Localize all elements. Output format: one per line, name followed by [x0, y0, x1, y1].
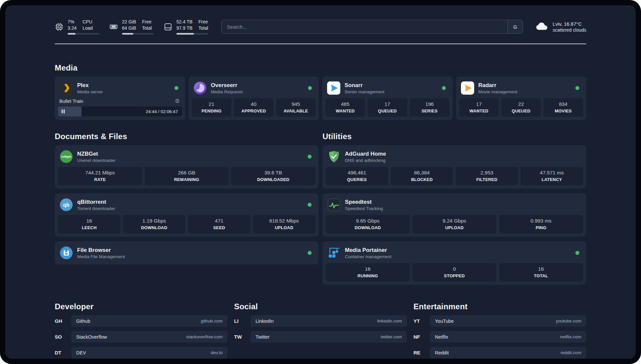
status-dot	[308, 86, 312, 90]
bookmark-link-twitter[interactable]: Twitter twitter.com	[251, 331, 407, 343]
section-media: Media Plex Media server Bullet Train	[55, 63, 586, 120]
disk-progressbar	[176, 33, 208, 35]
cpu-stat: 7% 3.24 CPU Load	[55, 19, 99, 34]
gear-icon[interactable]: ⚙	[175, 98, 180, 104]
stat-tile: 40 APPROVED	[234, 98, 273, 117]
bookmark-link-stackoverflow[interactable]: StackOverflow stackoverflow.com	[71, 331, 228, 343]
bookmark-row: TW Twitter twitter.com	[234, 331, 407, 343]
stat-label: REMAINING	[147, 177, 227, 182]
bookmark-name: DEV	[76, 350, 86, 355]
stat-label: RUNNING	[328, 273, 408, 278]
pause-icon[interactable]	[62, 109, 65, 113]
bookmark-link-linkedin[interactable]: LinkedIn linkedin.com	[251, 315, 407, 327]
app-name: File Browser	[77, 247, 125, 254]
stat-label: UPLOAD	[414, 225, 495, 230]
bookmark-url: youtube.com	[556, 318, 581, 323]
stat-value: 47.571 ms	[523, 170, 581, 176]
stat-tile: 485 WANTED	[325, 98, 365, 117]
speedtest-icon	[327, 198, 341, 212]
sonarr-icon	[327, 81, 341, 95]
app-subtitle: Media File Management	[77, 254, 125, 259]
stat-label: QUEUED	[503, 108, 539, 113]
bookmark-name: Twitter	[256, 334, 270, 340]
bookmark-abbr: RE	[413, 350, 425, 355]
app-card-filebrowser[interactable]: File Browser Media File Management	[55, 241, 319, 264]
search-shortcut-button[interactable]: G	[507, 20, 523, 33]
stat-label: DOWNLOAD	[328, 225, 408, 230]
cpu-values: 7% 3.24	[68, 19, 76, 31]
app-card-nzbget[interactable]: nzbget NZBGet Usenet downloader 744.21 M…	[55, 145, 319, 189]
system-stats: 7% 3.24 CPU Load	[55, 19, 208, 34]
status-dot	[308, 155, 312, 159]
stat-value: 196	[412, 101, 447, 107]
bookmark-link-netflix[interactable]: Netflix netflix.com	[430, 331, 586, 343]
app-subtitle: DNS and adblocking	[345, 158, 386, 163]
stat-tile: 2,953 FILTERED	[456, 167, 518, 185]
weather-widget: Lviv, 16.87°C scattered clouds	[535, 19, 586, 34]
bookmark-link-dev[interactable]: DEV dev.to	[71, 347, 228, 358]
status-dot	[575, 251, 579, 255]
app-subtitle: Media Requests	[211, 89, 243, 94]
bookmark-url: stackoverflow.com	[186, 334, 223, 339]
app-card-radarr[interactable]: Radarr Movie management 17 WANTED 22 QUE…	[456, 76, 587, 120]
qbittorrent-icon: qb	[59, 198, 73, 212]
bookmark-url: twitter.com	[381, 334, 402, 339]
cloud-icon	[535, 19, 549, 34]
bookmark-abbr: GH	[55, 318, 67, 324]
disk-stat: 52.4 TB 97.9 TB Free Total	[164, 19, 208, 34]
weather-location: Lviv, 16.87°C	[553, 21, 586, 27]
player-seek-bar[interactable]: 24:44 / 02:06:47	[58, 106, 182, 116]
bookmark-row: YT YouTube youtube.com	[413, 315, 586, 327]
radarr-icon	[461, 81, 474, 95]
stat-tile: 196 SERIES	[410, 98, 449, 117]
search-input[interactable]	[222, 20, 507, 33]
stat-value: 0	[414, 266, 495, 272]
bookmark-link-reddit[interactable]: Reddit reddit.com	[430, 347, 586, 358]
bookmark-abbr: LI	[234, 318, 246, 324]
ram-labels: Free Total	[142, 19, 152, 31]
stat-label: MOVIES	[545, 108, 581, 113]
app-card-overseerr[interactable]: Overseerr Media Requests 21 PENDING 40 A…	[189, 76, 319, 120]
stat-value: 86,384	[393, 170, 451, 176]
stat-tile: 47.571 ms LATENCY	[521, 167, 583, 185]
app-card-speedtest[interactable]: Speedtest Speedtest Tracking 9.65 Gbps D…	[322, 193, 586, 237]
bookmark-link-github[interactable]: Github github.com	[71, 315, 228, 327]
stat-tile: 17 WANTED	[459, 98, 499, 117]
app-card-adguard[interactable]: AdGuard Home DNS and adblocking 498,461 …	[322, 145, 586, 189]
stat-value: 0.993 ms	[501, 218, 581, 224]
bookmark-link-youtube[interactable]: YouTube youtube.com	[430, 315, 586, 327]
filebrowser-icon	[59, 246, 73, 260]
section-title-documents: Documents & Files	[55, 132, 319, 141]
stat-tile: 1.19 Gbps DOWNLOAD	[123, 215, 185, 233]
bookmark-abbr: DT	[55, 350, 67, 355]
bookmark-row: NF Netflix netflix.com	[413, 331, 586, 343]
app-subtitle: Torrent downloader	[77, 206, 115, 211]
section-title-media: Media	[55, 63, 586, 73]
stat-label: RATE	[60, 177, 140, 182]
stat-value: 21	[194, 101, 229, 107]
app-card-sonarr[interactable]: Sonarr Series management 485 WANTED 17 Q…	[322, 76, 453, 120]
section-social: Social LI LinkedIn linkedin.com TW Twitt…	[234, 302, 407, 359]
app-name: qBittorrent	[77, 199, 115, 205]
stat-label: QUEUED	[370, 108, 405, 113]
stat-tile: 744.21 Mbps RATE	[58, 167, 142, 185]
stat-value: 834	[545, 101, 581, 107]
bookmark-row: LI LinkedIn linkedin.com	[234, 315, 407, 327]
disk-labels: Free Total	[198, 19, 208, 31]
cpu-progressbar	[68, 33, 99, 35]
app-name: Sonarr	[345, 82, 384, 89]
weather-condition: scattered clouds	[553, 27, 586, 33]
stat-label: TOTAL	[501, 273, 581, 278]
app-name: Speedtest	[345, 199, 383, 205]
stat-label: WANTED	[461, 108, 497, 113]
stat-tile: 86,384 BLOCKED	[391, 167, 453, 185]
app-name: NZBGet	[77, 151, 115, 157]
app-card-plex[interactable]: Plex Media server Bullet Train ⚙ 24:44 /…	[55, 76, 185, 120]
app-card-qbittorrent[interactable]: qb qBittorrent Torrent downloader 16 LEE…	[55, 193, 319, 237]
app-subtitle: Container management	[345, 254, 391, 259]
status-dot	[308, 251, 312, 255]
stat-tile: 16 LEECH	[58, 215, 120, 233]
app-card-portainer[interactable]: Media Portainer Container management 16 …	[322, 241, 586, 285]
nzbget-icon: nzbget	[59, 150, 73, 164]
cpu-icon	[55, 22, 64, 31]
